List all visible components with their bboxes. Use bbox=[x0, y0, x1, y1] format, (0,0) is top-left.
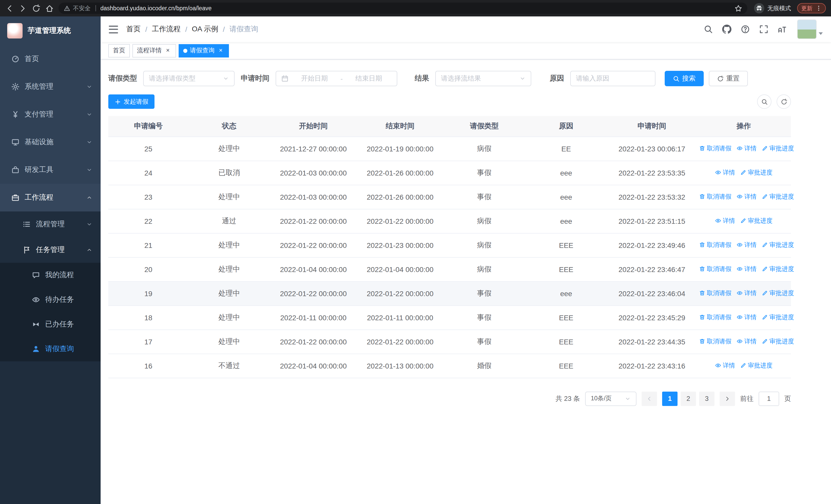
apply-time-range-input[interactable]: 开始日期 - 结束日期 bbox=[276, 71, 397, 86]
tab-process-detail[interactable]: 流程详情× bbox=[133, 44, 176, 57]
cancel-link[interactable]: 取消请假 bbox=[699, 289, 732, 298]
detail-link[interactable]: 详情 bbox=[715, 361, 735, 370]
sidebar-item-done-tasks[interactable]: 已办任务 bbox=[0, 312, 101, 337]
browser-home-icon[interactable] bbox=[45, 4, 54, 12]
apply-time-filter: 申请时间 开始日期 - 结束日期 bbox=[241, 71, 397, 86]
cancel-link[interactable]: 取消请假 bbox=[699, 144, 732, 153]
browser-menu-icon[interactable] bbox=[815, 5, 822, 11]
progress-link[interactable]: 审批进度 bbox=[740, 168, 773, 177]
detail-link[interactable]: 详情 bbox=[737, 337, 756, 346]
sidebar-item-leave-query[interactable]: 请假查询 bbox=[0, 337, 101, 361]
cell-start: 2022-01-03 00:00:00 bbox=[270, 161, 357, 185]
cancel-link[interactable]: 取消请假 bbox=[699, 241, 732, 249]
browser-back-icon[interactable] bbox=[5, 4, 14, 12]
action-label: 详情 bbox=[744, 337, 756, 346]
cancel-link[interactable]: 取消请假 bbox=[699, 313, 732, 322]
help-icon[interactable] bbox=[741, 25, 750, 34]
delete-icon bbox=[699, 266, 705, 272]
sidebar-item-payment[interactable]: 支付管理 bbox=[0, 100, 101, 128]
browser-update-button[interactable]: 更新 bbox=[797, 3, 826, 13]
fullscreen-icon[interactable] bbox=[759, 25, 768, 34]
delete-icon bbox=[699, 314, 705, 321]
security-warning[interactable]: 不安全 bbox=[64, 4, 91, 12]
page-button-1[interactable]: 1 bbox=[662, 391, 678, 406]
chevron-down-icon bbox=[86, 221, 92, 227]
detail-link[interactable]: 详情 bbox=[737, 265, 756, 273]
breadcrumb-item[interactable]: 首页 bbox=[126, 25, 141, 34]
user-avatar[interactable] bbox=[797, 20, 823, 39]
detail-link[interactable]: 详情 bbox=[737, 289, 756, 298]
page-button-3[interactable]: 3 bbox=[699, 391, 715, 406]
page-size-value: 10条/页 bbox=[591, 394, 611, 403]
sidebar-item-process-mgmt[interactable]: 流程管理 bbox=[0, 211, 101, 237]
bowtie-icon bbox=[32, 320, 40, 328]
sidebar-item-my-process[interactable]: 我的流程 bbox=[0, 263, 101, 288]
address-bar[interactable]: 不安全 dashboard.yudao.iocoder.cn/bpm/oa/le… bbox=[58, 3, 747, 14]
header-search-icon[interactable] bbox=[704, 25, 713, 34]
reason-input[interactable]: 请输入原因 bbox=[570, 71, 656, 86]
view-icon bbox=[737, 338, 743, 345]
progress-link[interactable]: 审批进度 bbox=[762, 192, 794, 201]
cancel-link[interactable]: 取消请假 bbox=[699, 192, 732, 201]
next-page-button[interactable] bbox=[720, 391, 735, 406]
sidebar-logo[interactable]: 芋道管理系统 bbox=[0, 17, 101, 45]
search-button[interactable]: 搜索 bbox=[665, 71, 704, 86]
detail-link[interactable]: 详情 bbox=[737, 144, 756, 153]
detail-link[interactable]: 详情 bbox=[737, 313, 756, 322]
table-body: 25处理中2021-12-27 00:00:002022-01-19 00:00… bbox=[108, 137, 791, 378]
page-button-2[interactable]: 2 bbox=[681, 391, 696, 406]
close-icon[interactable]: × bbox=[164, 47, 171, 54]
action-label: 审批进度 bbox=[769, 241, 794, 249]
github-icon[interactable] bbox=[722, 25, 732, 34]
cancel-link[interactable]: 取消请假 bbox=[699, 265, 732, 273]
edit-icon bbox=[762, 290, 768, 296]
pager-pages: 123 bbox=[662, 391, 715, 406]
browser-reload-icon[interactable] bbox=[32, 4, 40, 12]
top-navbar: 首页/工作流程/OA 示例/请假查询 bbox=[101, 17, 831, 42]
cancel-link[interactable]: 取消请假 bbox=[699, 337, 732, 346]
detail-link[interactable]: 详情 bbox=[715, 168, 735, 177]
result-select[interactable]: 请选择流结果 bbox=[435, 71, 531, 86]
progress-link[interactable]: 审批进度 bbox=[762, 241, 794, 249]
sidebar-item-system[interactable]: 系统管理 bbox=[0, 73, 101, 100]
refresh-table-button[interactable] bbox=[777, 94, 791, 109]
sidebar-toggle-icon[interactable] bbox=[109, 25, 118, 33]
toggle-search-button[interactable] bbox=[757, 94, 771, 109]
progress-link[interactable]: 审批进度 bbox=[762, 313, 794, 322]
cell-applied: 2022-01-23 00:06:17 bbox=[607, 137, 696, 161]
progress-link[interactable]: 审批进度 bbox=[740, 216, 773, 225]
cell-start: 2021-12-27 00:00:00 bbox=[270, 137, 357, 161]
detail-link[interactable]: 详情 bbox=[715, 216, 735, 225]
font-size-icon[interactable] bbox=[778, 25, 787, 34]
progress-link[interactable]: 审批进度 bbox=[740, 361, 773, 370]
tab-home[interactable]: 首页 bbox=[108, 44, 130, 57]
breadcrumb-item[interactable]: 工作流程 bbox=[152, 25, 181, 34]
browser-forward-icon[interactable] bbox=[19, 4, 27, 12]
cell-end: 2022-01-26 00:00:00 bbox=[357, 185, 443, 209]
progress-link[interactable]: 审批进度 bbox=[762, 265, 794, 273]
sidebar-item-todo-tasks[interactable]: 待办任务 bbox=[0, 288, 101, 312]
sidebar-item-home[interactable]: 首页 bbox=[0, 45, 101, 73]
detail-link[interactable]: 详情 bbox=[737, 241, 756, 249]
cell-id: 21 bbox=[108, 233, 189, 257]
tab-leave-query[interactable]: 请假查询× bbox=[179, 44, 229, 57]
progress-link[interactable]: 审批进度 bbox=[762, 144, 794, 153]
leave-type-select[interactable]: 请选择请假类型 bbox=[143, 71, 235, 86]
page-size-select[interactable]: 10条/页 bbox=[585, 391, 636, 406]
sidebar-item-devtools[interactable]: 研发工具 bbox=[0, 156, 101, 184]
prev-page-button[interactable] bbox=[641, 391, 657, 406]
create-leave-button[interactable]: 发起请假 bbox=[108, 94, 154, 109]
sidebar-item-infra[interactable]: 基础设施 bbox=[0, 128, 101, 156]
column-header: 操作 bbox=[696, 116, 791, 137]
reset-button[interactable]: 重置 bbox=[709, 71, 748, 86]
detail-link[interactable]: 详情 bbox=[737, 192, 756, 201]
breadcrumb-item[interactable]: OA 示例 bbox=[192, 25, 219, 34]
close-icon[interactable]: × bbox=[217, 47, 224, 54]
bookmark-star-icon[interactable] bbox=[735, 4, 742, 12]
goto-page-input[interactable]: 1 bbox=[758, 391, 779, 406]
progress-link[interactable]: 审批进度 bbox=[762, 337, 794, 346]
progress-link[interactable]: 审批进度 bbox=[762, 289, 794, 298]
sidebar-item-workflow[interactable]: 工作流程 bbox=[0, 184, 101, 211]
sidebar-item-task-mgmt[interactable]: 任务管理 bbox=[0, 237, 101, 263]
cell-end: 2022-01-19 00:00:00 bbox=[357, 137, 443, 161]
